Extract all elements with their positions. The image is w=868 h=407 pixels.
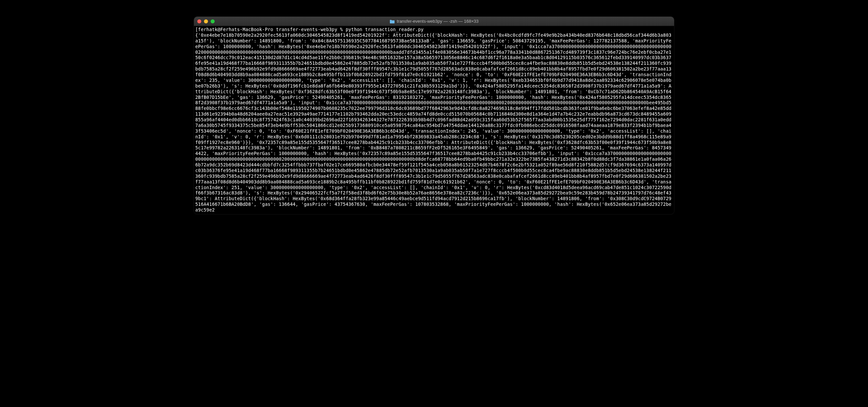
traffic-lights — [197, 20, 215, 23]
maximize-button[interactable] — [211, 20, 215, 23]
close-button[interactable] — [197, 20, 201, 23]
window-title-text: transfer-events-web3py — -zsh — 168×33 — [397, 19, 479, 24]
terminal-output: {'0xe4ebe7e18b70590e2a2920fec5613fa060dc… — [195, 32, 673, 213]
window-title: transfer-events-web3py — -zsh — 168×33 — [197, 19, 671, 24]
terminal-body[interactable]: [ferhatk@Ferhats-MacBook-Pro transfer-ev… — [194, 26, 674, 214]
folder-icon — [390, 20, 395, 23]
terminal-prompt-line: [ferhatk@Ferhats-MacBook-Pro transfer-ev… — [195, 27, 673, 32]
terminal-window: transfer-events-web3py — -zsh — 168×33 [… — [194, 17, 674, 214]
title-bar: transfer-events-web3py — -zsh — 168×33 — [194, 17, 674, 26]
minimize-button[interactable] — [204, 20, 208, 23]
